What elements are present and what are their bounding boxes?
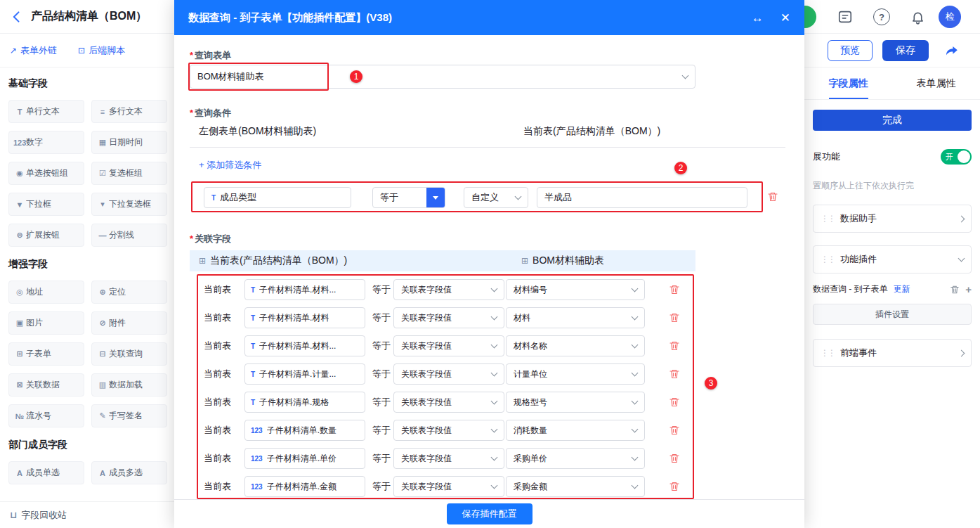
field-type-item[interactable]: ▣ 图片 (8, 311, 84, 335)
field-type-label: 日期时间 (109, 136, 143, 148)
field-type-item[interactable]: ≡ 多行文本 (91, 100, 167, 123)
plugin-settings-button[interactable]: 插件设置 (813, 304, 972, 325)
chevron-right-icon (958, 349, 965, 356)
panel-body: 完成 展功能 开 置顺序从上往下依次执行完 ⋮⋮ 数据助手 ⋮⋮ 功能插件 数据… (804, 100, 980, 367)
row-delete-icon[interactable] (669, 481, 680, 492)
value-source-select[interactable]: 关联表字段值 (393, 392, 504, 413)
source-field-select[interactable]: 123 子件材料清单.数量 (244, 420, 365, 441)
dialog-body: 查询表单 BOM材料辅助表 1 查询条件 左侧表单(BOM材料辅助表) 当前表(… (174, 0, 804, 528)
field-type-item[interactable]: 123 数字 (8, 131, 84, 154)
field-type-item[interactable]: T 单行文本 (8, 100, 84, 123)
chevron-down-icon (682, 72, 689, 79)
field-type-item[interactable]: ⊠ 关联数据 (8, 373, 84, 397)
target-field-select[interactable]: 消耗数量 (506, 420, 645, 441)
toolbar-link[interactable]: ↗ 表单外链 (10, 44, 57, 57)
field-type-item[interactable]: ▥ 数据加载 (91, 373, 167, 397)
plugin-delete-icon[interactable] (950, 285, 960, 295)
row-delete-icon[interactable] (669, 425, 680, 436)
query-form-label: 查询表单 (190, 49, 231, 62)
value-source-select[interactable]: 关联表字段值 (393, 307, 504, 328)
row-delete-icon[interactable] (669, 284, 680, 295)
chevron-down-icon (632, 454, 639, 461)
plugin-add-icon[interactable]: + (965, 285, 972, 295)
filter-condition-row: T 成品类型 等于 自定义 半成品 (204, 187, 747, 208)
row-delete-icon[interactable] (669, 368, 680, 380)
field-type-item[interactable]: A 成员多选 (91, 461, 167, 484)
function-plugins-section[interactable]: ⋮⋮ 功能插件 (813, 245, 972, 273)
filter-delete-icon[interactable] (767, 191, 778, 202)
preview-button[interactable]: 预览 (828, 40, 873, 61)
field-type-item[interactable]: ▦ 日期时间 (91, 131, 167, 154)
save-plugin-config-button[interactable]: 保存插件配置 (447, 503, 533, 524)
extend-feature-toggle[interactable]: 开 (941, 149, 972, 165)
chevron-down-icon (491, 285, 498, 292)
source-field-select[interactable]: T 子件材料清单.计量... (244, 363, 365, 385)
field-type-label: 附件 (109, 317, 126, 329)
row-delete-icon[interactable] (669, 340, 680, 352)
filter-value-type-select[interactable]: 自定义 (464, 187, 528, 208)
notification-bell-icon[interactable] (909, 8, 926, 25)
field-type-item[interactable]: ◉ 单选按钮组 (8, 162, 84, 185)
field-type-item[interactable]: ⊕ 定位 (91, 281, 167, 304)
user-avatar[interactable]: 检 (939, 6, 961, 28)
query-form-select[interactable]: BOM材料辅助表 (190, 65, 695, 89)
field-type-item[interactable]: ◎ 地址 (8, 281, 84, 304)
source-field-select[interactable]: T 子件材料清单.规格 (244, 392, 365, 413)
value-source-select[interactable]: 关联表字段值 (393, 335, 504, 356)
target-field-select[interactable]: 采购单价 (506, 448, 645, 469)
toolbar-link[interactable]: ⊡ 后端脚本 (78, 44, 125, 57)
field-type-item[interactable]: ✎ 手写签名 (91, 404, 167, 427)
extend-feature-label: 展功能 (813, 150, 840, 163)
value-source-select[interactable]: 关联表字段值 (393, 476, 504, 497)
field-type-item[interactable]: ☑ 复选框组 (91, 162, 167, 185)
target-field-select[interactable]: 采购金额 (506, 476, 645, 497)
target-field-select[interactable]: 计量单位 (506, 363, 645, 385)
plugin-update-link[interactable]: 更新 (894, 283, 910, 295)
field-type-item[interactable]: A 成员单选 (8, 461, 84, 484)
filter-value-input[interactable]: 半成品 (537, 187, 747, 208)
field-type-item[interactable]: ⊘ 附件 (91, 311, 167, 335)
source-field-select[interactable]: T 子件材料清单.材料 (244, 307, 365, 328)
share-icon[interactable] (944, 43, 960, 58)
value-source-select[interactable]: 关联表字段值 (393, 279, 504, 300)
field-recycle-bin[interactable]: ⊔ 字段回收站 (0, 501, 176, 528)
help-icon[interactable]: ? (873, 8, 890, 25)
value-source-select[interactable]: 关联表字段值 (393, 420, 504, 441)
field-type-item[interactable]: — 分割线 (91, 224, 167, 247)
relation-fields-label: 关联字段 (190, 233, 231, 245)
source-field-select[interactable]: 123 子件材料清单.金额 (244, 476, 365, 497)
field-type-item[interactable]: ⊞ 子表单 (8, 342, 84, 366)
target-field-select[interactable]: 规格型号 (506, 392, 645, 413)
chevron-down-icon (632, 370, 639, 377)
target-field-select[interactable]: 材料 (506, 307, 645, 328)
row-delete-icon[interactable] (669, 312, 680, 323)
save-button[interactable]: 保存 (882, 40, 929, 61)
done-button[interactable]: 完成 (813, 110, 972, 131)
value-source-select[interactable]: 关联表字段值 (393, 363, 504, 385)
text-field-icon: T (211, 194, 216, 202)
expand-dialog-icon[interactable]: ↔ (752, 12, 764, 24)
data-helper-section[interactable]: ⋮⋮ 数据助手 (813, 205, 972, 233)
back-icon[interactable] (10, 10, 24, 24)
tab-field-properties[interactable]: 字段属性 (804, 67, 892, 99)
field-type-item[interactable]: № 流水号 (8, 404, 84, 427)
app-panel-icon[interactable] (837, 8, 854, 25)
front-events-section[interactable]: ⋮⋮ 前端事件 (813, 339, 972, 367)
target-field-select[interactable]: 材料编号 (506, 279, 645, 300)
filter-operator-select[interactable]: 等于 (372, 187, 445, 208)
target-field-select[interactable]: 材料名称 (506, 335, 645, 356)
field-type-item[interactable]: ⊟ 关联查询 (91, 342, 167, 366)
field-type-item[interactable]: ▼ 下拉框 (8, 193, 84, 216)
source-field-select[interactable]: T 子件材料清单.材料... (244, 279, 365, 300)
filter-field-select[interactable]: T 成品类型 (204, 187, 351, 208)
add-filter-link[interactable]: + 添加筛选条件 (199, 159, 261, 172)
row-delete-icon[interactable] (669, 397, 680, 408)
field-type-item[interactable]: ⊜ 扩展按钮 (8, 224, 84, 247)
value-source-select[interactable]: 关联表字段值 (393, 448, 504, 469)
source-field-select[interactable]: 123 子件材料清单.单价 (244, 448, 365, 469)
close-dialog-icon[interactable]: ✕ (780, 12, 790, 24)
tab-form-properties[interactable]: 表单属性 (892, 67, 980, 99)
field-type-item[interactable]: ▾ 下拉复选框 (91, 193, 167, 216)
source-field-select[interactable]: T 子件材料清单.材料... (244, 335, 365, 356)
row-delete-icon[interactable] (669, 453, 680, 464)
